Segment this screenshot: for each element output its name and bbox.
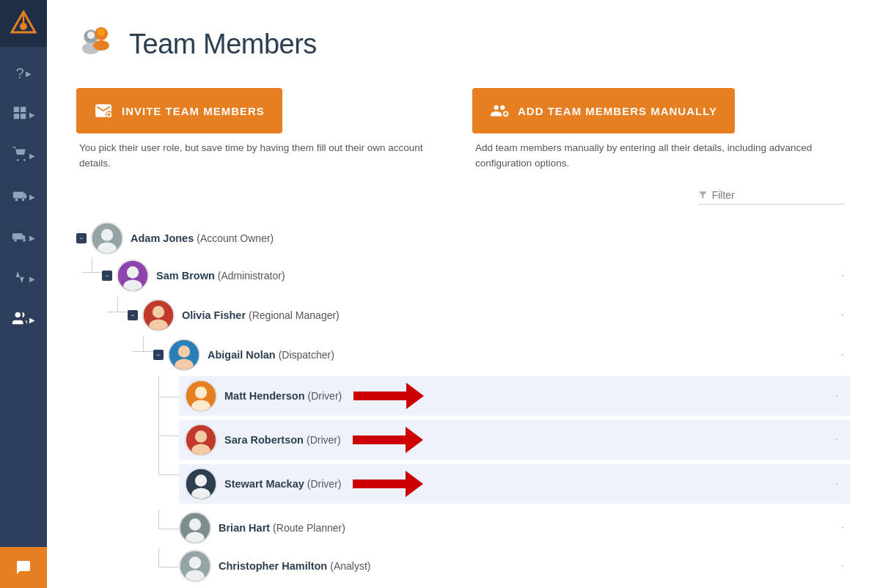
invite-icon <box>94 101 113 120</box>
analytics-icon <box>12 269 28 289</box>
svg-point-27 <box>101 229 113 240</box>
team-tree: − Adam Jones (Account Owner) − Sam Brown <box>76 222 851 584</box>
svg-point-11 <box>15 312 21 317</box>
invite-section: INVITE TEAM MEMBERS You pick their user … <box>76 88 455 172</box>
dropdown-chevron-stewart[interactable] <box>835 479 845 489</box>
sidebar-logo[interactable] <box>0 0 47 47</box>
subtree-sam: − Olivia Fisher (Regional Manager) <box>102 297 851 584</box>
sidebar-navigation: ? ▶ ▶ ▶ ▶ ▶ <box>0 47 47 547</box>
svg-point-7 <box>22 198 25 201</box>
member-role-christopher: (Analyst) <box>330 560 370 572</box>
sidebar-item-vehicles[interactable]: ▶ <box>0 217 47 258</box>
dashboard-icon <box>12 105 28 125</box>
chevron-icon: ▶ <box>29 193 35 201</box>
svg-rect-5 <box>13 191 24 198</box>
svg-point-48 <box>189 518 201 530</box>
collapse-olivia[interactable]: − <box>128 310 138 320</box>
filter-input[interactable] <box>712 189 845 201</box>
svg-point-16 <box>93 40 109 51</box>
svg-point-9 <box>14 239 17 242</box>
add-team-members-button[interactable]: ADD TEAM MEMBERS MANUALLY <box>472 88 735 133</box>
member-name-matt: Matt Henderson <box>224 390 305 402</box>
chevron-icon: ▶ <box>29 152 35 160</box>
member-name-christopher: Christopher Hamilton <box>219 560 327 572</box>
invite-team-members-button[interactable]: INVITE TEAM MEMBERS <box>76 88 282 133</box>
tree-lines-sam <box>81 257 102 273</box>
chat-button[interactable] <box>0 547 47 588</box>
member-name-stewart: Stewart Mackay <box>224 478 304 490</box>
member-name-sam: Sam Brown <box>156 270 215 282</box>
member-role-stewart: (Driver) <box>307 478 342 490</box>
avatar-adam <box>91 222 123 254</box>
member-role-brian: (Route Planner) <box>273 522 345 534</box>
sidebar-item-help[interactable]: ? ▶ <box>0 53 47 94</box>
dropdown-chevron-brian[interactable] <box>840 523 851 533</box>
member-role-sam: (Administrator) <box>218 270 285 282</box>
team-icon <box>12 310 28 330</box>
tree-row-abigail: − Abigail Nolan (Dispatcher) <box>153 337 851 373</box>
svg-point-17 <box>87 32 95 39</box>
avatar-olivia <box>142 299 175 331</box>
svg-point-1 <box>20 23 27 30</box>
sam-subtree: − Sam Brown (Administrator) <box>102 257 851 584</box>
avatar-matt <box>185 380 217 412</box>
chevron-icon: ▶ <box>29 234 35 242</box>
avatar-sara <box>185 424 217 456</box>
svg-point-4 <box>23 158 26 161</box>
dropdown-chevron-sara[interactable] <box>835 435 845 445</box>
chat-icon <box>15 559 32 576</box>
svg-point-45 <box>195 474 207 486</box>
svg-point-6 <box>15 198 18 201</box>
sidebar-item-orders[interactable]: ▶ <box>0 135 47 176</box>
tree-row-olivia: − Olivia Fisher (Regional Manager) <box>128 297 851 334</box>
collapse-abigail[interactable]: − <box>153 350 164 360</box>
dropdown-chevron-matt[interactable] <box>835 391 845 401</box>
member-role-olivia: (Regional Manager) <box>249 309 340 321</box>
svg-point-51 <box>189 556 201 568</box>
page-title: Team Members <box>129 29 317 60</box>
svg-point-30 <box>127 266 139 278</box>
avatar-stewart <box>185 468 217 500</box>
tree-row-christopher: Christopher Hamilton (Analyst) <box>179 548 851 584</box>
svg-point-33 <box>153 306 164 317</box>
add-button-label: ADD TEAM MEMBERS MANUALLY <box>518 105 717 117</box>
collapse-sam[interactable]: − <box>102 271 112 281</box>
page-header: Team Members <box>76 23 851 65</box>
drivers-list: Matt Henderson (Driver) <box>179 376 851 508</box>
sidebar-item-team[interactable]: ▶ <box>0 299 47 340</box>
subtree-adam: − Sam Brown (Administrator) <box>76 257 851 584</box>
dropdown-chevron-abigail[interactable] <box>840 350 851 360</box>
vehicles-icon <box>12 228 28 248</box>
chevron-icon: ▶ <box>26 70 32 78</box>
arrow-matt <box>353 383 424 409</box>
dropdown-chevron-sam[interactable] <box>840 271 851 281</box>
dropdown-chevron-christopher[interactable] <box>840 561 851 571</box>
invite-description: You pick their user role, but save time … <box>76 141 455 172</box>
logo-icon <box>10 10 37 37</box>
arrow-stewart <box>353 471 423 497</box>
collapse-adam[interactable]: − <box>76 233 87 243</box>
sidebar-item-dispatch[interactable]: ▶ <box>0 176 47 217</box>
member-name-olivia: Olivia Fisher <box>182 309 246 321</box>
svg-rect-8 <box>12 233 23 239</box>
sidebar-item-dashboard[interactable]: ▶ <box>0 94 47 135</box>
avatar-abigail <box>168 339 200 371</box>
tree-row-sam: − Sam Brown (Administrator) <box>102 257 851 294</box>
add-member-icon <box>490 101 509 120</box>
filter-icon <box>698 190 708 200</box>
orders-icon <box>12 146 28 166</box>
tree-row-matt: Matt Henderson (Driver) <box>179 376 851 416</box>
add-description: Add team members manually by entering al… <box>472 141 851 172</box>
action-buttons: INVITE TEAM MEMBERS You pick their user … <box>76 88 851 172</box>
help-icon: ? <box>15 65 23 82</box>
member-name-sara: Sara Robertson <box>224 434 304 446</box>
svg-point-36 <box>178 345 190 357</box>
avatar-christopher <box>179 550 211 582</box>
invite-button-label: INVITE TEAM MEMBERS <box>122 105 265 117</box>
dropdown-chevron-olivia[interactable] <box>840 310 851 320</box>
tree-row-brian: Brian Hart (Route Planner) <box>179 510 851 546</box>
sidebar-item-analytics[interactable]: ▶ <box>0 258 47 299</box>
tree-row-sara: Sara Robertson (Driver) <box>179 420 851 460</box>
filter-row <box>76 189 851 205</box>
abigail-subtree: − Abigail Nolan (Dispatcher) <box>153 337 851 584</box>
